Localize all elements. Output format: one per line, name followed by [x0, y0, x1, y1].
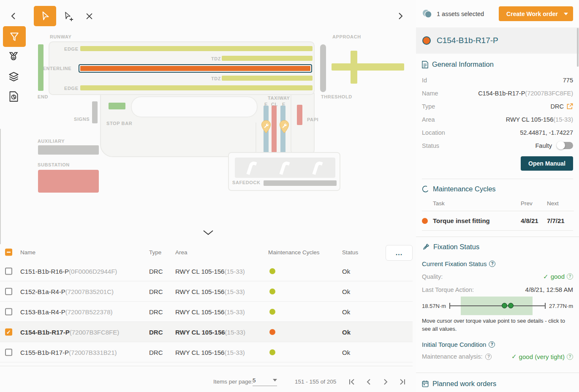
report-tool-button[interactable]: [8, 90, 19, 102]
last-page-button[interactable]: [398, 377, 407, 387]
first-page-button[interactable]: [347, 377, 356, 387]
table-row[interactable]: C155-B1b-R17-P(72007B331B21) DRC RWY CL …: [0, 342, 413, 362]
planned-work-orders-section: Planned work orders: [416, 373, 579, 388]
approach-cross-h-bar[interactable]: [332, 63, 404, 71]
add-to-selection-tool-button[interactable]: [63, 11, 74, 23]
maintenance-pin-icon[interactable]: [279, 120, 289, 133]
cycle-row[interactable]: Torque inset fitting 4/8/21 7/7/21: [422, 211, 573, 230]
stop-bar[interactable]: [109, 103, 125, 109]
table-more-button[interactable]: ...: [386, 245, 413, 261]
col-name[interactable]: Name: [20, 249, 35, 256]
chevron-right-icon: [397, 12, 404, 20]
col-type[interactable]: Type: [149, 249, 161, 256]
auxiliary-label: AUXILIARY: [38, 139, 65, 144]
signs-bar[interactable]: [92, 101, 98, 123]
row-checkbox[interactable]: [5, 267, 12, 275]
maintenance-cycles-section: Maintenance Cycles Task Prev Next Torque…: [416, 179, 579, 237]
open-manual-button[interactable]: Open Manual: [521, 156, 573, 171]
end-bar[interactable]: [38, 44, 43, 91]
cycle-status-dot[interactable]: [269, 289, 275, 294]
cycles-header-row: Task Prev Next: [422, 196, 573, 211]
row-checkbox[interactable]: [5, 348, 12, 356]
table-row[interactable]: C152-B1a-R4-P(72007B35201C) DRC RWY CL 1…: [0, 281, 413, 302]
papi-bar[interactable]: [297, 105, 302, 125]
col-area[interactable]: Area: [175, 249, 188, 256]
torque-min: 18.57N·m: [422, 303, 446, 309]
row-checkbox[interactable]: [5, 308, 12, 315]
select-tool-button[interactable]: [34, 6, 56, 26]
next-page-button[interactable]: [381, 377, 390, 387]
torque-scale[interactable]: 18.57N·m 27.77N·m: [422, 296, 573, 316]
layers-tool-button[interactable]: [8, 71, 19, 82]
taxiway-centerline-bar[interactable]: [272, 106, 277, 153]
select-all-checkbox[interactable]: [5, 249, 12, 256]
asset-type: DRC: [149, 267, 163, 275]
torque-axis: [449, 305, 546, 306]
area-row: AreaRWY CL 105-156(15-33): [422, 113, 573, 126]
col-maintenance-cycles[interactable]: Maintenance Cycles: [268, 249, 320, 256]
prev-page-button[interactable]: [364, 377, 373, 387]
substation-label: SUBSTATION: [38, 162, 70, 167]
tick-right: [545, 303, 546, 309]
safedock-bar[interactable]: [264, 180, 337, 186]
approach-cross-v-bar[interactable]: [351, 51, 357, 84]
tdz-top-bar[interactable]: [222, 56, 313, 61]
app-window: RUNWAY EDGE TDZ CENTERLINE TDZ EDGE END …: [0, 0, 579, 392]
maintenance-cycles-heading: Maintenance Cycles: [422, 185, 573, 193]
help-icon[interactable]: ?: [489, 341, 495, 348]
torque-point[interactable]: [502, 303, 507, 308]
airfield-map[interactable]: RUNWAY EDGE TDZ CENTERLINE TDZ EDGE END …: [29, 30, 413, 241]
torque-point[interactable]: [508, 303, 514, 308]
table-row-selected[interactable]: ✓ C154-B1b-R17-P(72007B3FC8FE) DRC RWY C…: [0, 322, 413, 342]
asset-area: RWY CL 105-156(15-33): [175, 348, 245, 356]
maintenance-analysis-row: Maintenance analysis:? ✓good (very tight…: [422, 350, 573, 363]
edge-top-bar[interactable]: [80, 46, 313, 51]
select-caret-icon: [273, 379, 277, 381]
fixation-status-section: Fixation Status Current Fixation Status?…: [416, 237, 579, 373]
col-status[interactable]: Status: [342, 249, 358, 256]
help-icon[interactable]: ?: [567, 354, 573, 360]
button-caret-icon[interactable]: [564, 13, 568, 15]
threshold-bar[interactable]: [320, 44, 326, 92]
report-icon: [8, 91, 19, 102]
centerline-bar-selected[interactable]: [79, 64, 312, 73]
row-checkbox-checked[interactable]: ✓: [5, 328, 12, 335]
asset-name: C154-B1b-R17-P(72007B3FC8FE): [20, 328, 119, 335]
papi-zone-shape: [291, 93, 315, 157]
tdz-bottom-bar[interactable]: [222, 76, 313, 81]
safedock-stands-shape: [235, 158, 335, 178]
faulty-toggle[interactable]: [557, 142, 573, 149]
items-per-page-select[interactable]: 5: [253, 377, 277, 386]
panel-scrollbar[interactable]: [577, 28, 579, 67]
edge-bottom-bar[interactable]: [80, 85, 313, 90]
clear-selection-button[interactable]: [83, 10, 95, 22]
table-row[interactable]: C151-B1b-R16-P(0F0006D2944F) DRC RWY CL …: [0, 261, 413, 281]
create-work-order-button[interactable]: Create Work order: [499, 6, 573, 21]
help-icon[interactable]: ?: [485, 354, 492, 360]
expand-table-button[interactable]: [202, 228, 215, 237]
filter-tool-button[interactable]: [3, 26, 26, 47]
cycle-dot: [422, 218, 428, 224]
asset-status: Ok: [342, 348, 350, 356]
cycle-status-dot[interactable]: [269, 329, 275, 335]
asset-details-panel: 1 assets selected Create Work order C154…: [416, 0, 579, 392]
cycle-status-dot[interactable]: [269, 309, 275, 315]
help-icon[interactable]: ?: [489, 261, 495, 267]
back-button[interactable]: [8, 10, 19, 22]
cycle-status-dot[interactable]: [269, 268, 275, 274]
cycle-status-dot[interactable]: [269, 349, 275, 355]
help-icon[interactable]: ?: [567, 273, 573, 280]
initial-torque-condition-link[interactable]: Initial Torque Condition?: [422, 341, 573, 348]
selection-bar: 1 assets selected Create Work order: [416, 0, 579, 27]
row-checkbox[interactable]: [5, 288, 12, 295]
calendar-icon: [422, 380, 429, 387]
substation-rect[interactable]: [38, 170, 99, 193]
collapse-panel-button[interactable]: [394, 10, 406, 22]
torque-max: 27.77N·m: [549, 303, 573, 309]
current-fixation-status-link[interactable]: Current Fixation Status?: [422, 260, 573, 267]
auxiliary-bar[interactable]: [38, 145, 99, 155]
badges-tool-button[interactable]: [8, 50, 19, 62]
maintenance-pin-icon[interactable]: [261, 120, 271, 133]
open-external-icon[interactable]: [567, 103, 573, 109]
table-row[interactable]: C153-B1a-R4-P(72007B522378) DRC RWY CL 1…: [0, 302, 413, 322]
